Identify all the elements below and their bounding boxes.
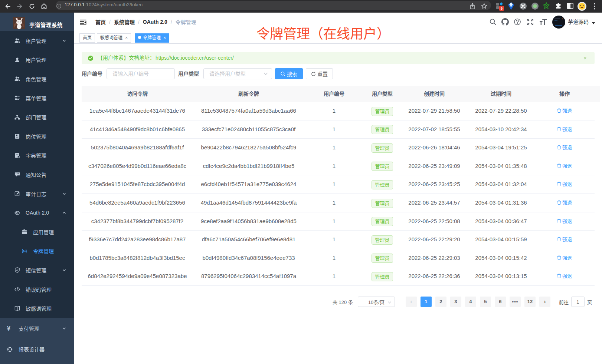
svg-text:9: 9 — [501, 7, 503, 10]
